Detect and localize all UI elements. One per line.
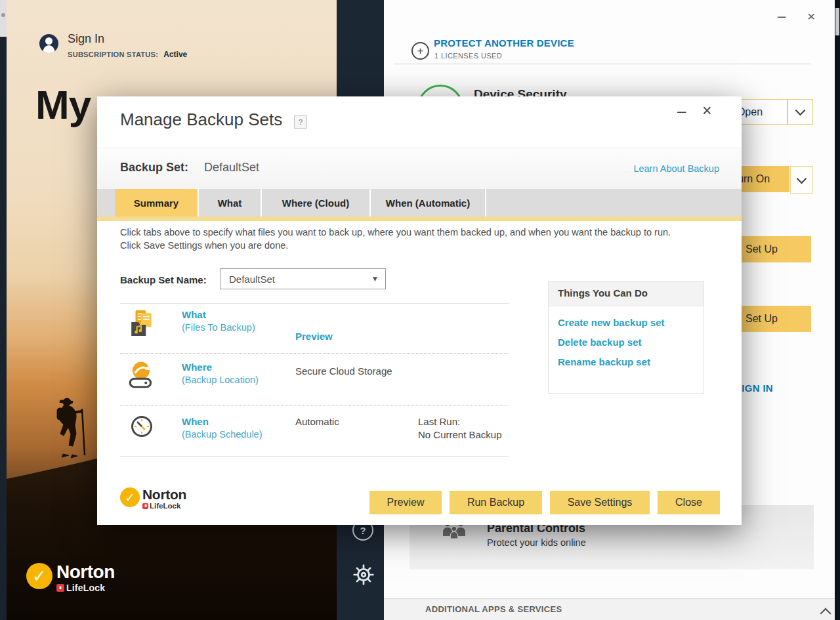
dialog-description-line1: Click tabs above to specify what files y…	[120, 227, 671, 238]
additional-apps-label: ADDITIONAL APPS & SERVICES	[425, 604, 562, 614]
plus-circle-icon[interactable]: +	[411, 42, 429, 60]
norton-logo-text: Norton	[56, 563, 115, 581]
backup-summary-rows: What (Files To Backup) Preview Where (Ba…	[120, 303, 509, 457]
licenses-used-text: 1 LICENSES USED	[434, 52, 502, 60]
preview-button[interactable]: Preview	[369, 491, 442, 514]
create-new-backup-set-link[interactable]: Create new backup set	[558, 317, 665, 328]
delete-backup-set-link[interactable]: Delete backup set	[558, 337, 642, 348]
things-you-can-do-panel: Things You Can Do Create new backup set …	[548, 281, 704, 394]
files-to-backup-icon	[129, 309, 156, 338]
norton-lifelock-logo-small: ✓ Norton LifeLock	[120, 487, 186, 510]
lifelock-logo-text: LifeLock	[66, 583, 105, 593]
dialog-close-button[interactable]: ×	[702, 101, 712, 120]
backup-schedule-clock-icon	[130, 415, 154, 438]
row-when: When (Backup Schedule) Automatic Last Ru…	[120, 405, 509, 456]
last-run-label: Last Run:	[418, 416, 460, 427]
subscription-status: SUBSCRIPTION STATUS:Active	[68, 50, 187, 59]
where-value: Secure Cloud Storage	[295, 365, 392, 377]
tab-what[interactable]: What	[199, 189, 262, 217]
when-value: Automatic	[295, 416, 339, 427]
chevron-down-icon	[797, 173, 807, 184]
backup-location-icon	[127, 360, 157, 390]
things-panel-title: Things You Can Do	[558, 287, 648, 299]
tab-where-cloud[interactable]: Where (Cloud)	[262, 189, 371, 217]
what-sublink[interactable]: (Files To Backup)	[182, 322, 255, 333]
when-link[interactable]: When	[182, 416, 209, 427]
row-where: Where (Backup Location) Secure Cloud Sto…	[120, 354, 509, 405]
norton-check-icon: ✓	[26, 563, 52, 589]
save-settings-button[interactable]: Save Settings	[550, 491, 650, 514]
open-dropdown-chevron[interactable]	[788, 99, 813, 125]
tab-summary[interactable]: Summary	[115, 189, 199, 217]
background-window-edge-right	[835, 0, 840, 620]
norton-check-icon: ✓	[120, 487, 140, 507]
where-sublink[interactable]: (Backup Location)	[182, 375, 259, 385]
protect-another-device-link[interactable]: PROTECT ANOTHER DEVICE	[434, 37, 574, 49]
lifelock-lock-icon	[56, 584, 64, 592]
backup-set-label: Backup Set:	[120, 161, 188, 175]
dialog-minimize-button[interactable]: –	[677, 102, 686, 120]
row-what: What (Files To Backup) Preview	[120, 304, 509, 353]
tab-when-automatic[interactable]: When (Automatic)	[371, 189, 486, 217]
parental-controls-subtitle: Protect your kids online	[487, 537, 586, 548]
chevron-down-icon	[795, 106, 806, 116]
subscription-status-value: Active	[163, 50, 187, 59]
screen: Sign In SUBSCRIPTION STATUS:Active My ✓ …	[0, 0, 840, 620]
background-window-icon-dot	[1, 13, 5, 17]
what-link[interactable]: What	[182, 309, 206, 320]
rename-backup-set-link[interactable]: Rename backup set	[558, 356, 650, 367]
subscription-status-label: SUBSCRIPTION STATUS:	[68, 51, 158, 58]
preview-link[interactable]: Preview	[295, 331, 333, 342]
background-window-titlebar-sliver	[0, 0, 7, 37]
divider	[394, 64, 811, 64]
tab-accent-strip	[97, 217, 742, 221]
dropdown-selected-value: DefaultSet	[229, 274, 275, 285]
run-backup-button[interactable]: Run Backup	[450, 491, 542, 514]
window-minimize-button[interactable]: –	[778, 8, 786, 25]
dialog-description-line2: Click Save Settings when you are done.	[120, 240, 288, 251]
backup-set-value: DefaultSet	[204, 161, 259, 175]
backup-set-name-dropdown[interactable]: DefaultSet ▼	[220, 268, 386, 289]
window-close-button[interactable]: ×	[807, 9, 815, 24]
sign-in-link[interactable]: Sign In	[68, 32, 104, 46]
backup-set-name-label: Backup Set Name:	[120, 274, 207, 285]
lifelock-lock-icon	[142, 503, 148, 509]
close-button[interactable]: Close	[658, 491, 720, 514]
settings-gear-icon[interactable]	[352, 563, 375, 587]
last-run-value: No Current Backup	[418, 429, 502, 440]
learn-about-backup-link[interactable]: Learn About Backup	[633, 163, 719, 174]
dialog-tab-bar: Summary What Where (Cloud) When (Automat…	[97, 189, 742, 217]
hiker-silhouette	[45, 396, 97, 459]
page-title-partial: My	[35, 81, 91, 128]
user-avatar-icon[interactable]	[39, 34, 58, 53]
dialog-title: Manage Backup Sets	[120, 110, 282, 130]
backup-set-header-row: Backup Set: DefaultSet Learn About Backu…	[97, 148, 742, 190]
when-sublink[interactable]: (Backup Schedule)	[182, 429, 262, 440]
manage-backup-sets-dialog: Manage Backup Sets ? – × Backup Set: Def…	[97, 96, 742, 525]
norton-logo-text: Norton	[142, 487, 186, 501]
lifelock-logo-text: LifeLock	[150, 502, 180, 510]
dropdown-caret-icon: ▼	[373, 276, 377, 282]
turn-on-dropdown-chevron[interactable]	[790, 166, 813, 194]
background-window-edge-left	[0, 0, 7, 620]
where-link[interactable]: Where	[182, 362, 212, 373]
divider	[120, 456, 509, 457]
norton-lifelock-logo: ✓ Norton LifeLock	[26, 563, 115, 593]
background-scrollbar-sliver	[835, 8, 839, 35]
dialog-help-icon[interactable]: ?	[294, 115, 307, 129]
